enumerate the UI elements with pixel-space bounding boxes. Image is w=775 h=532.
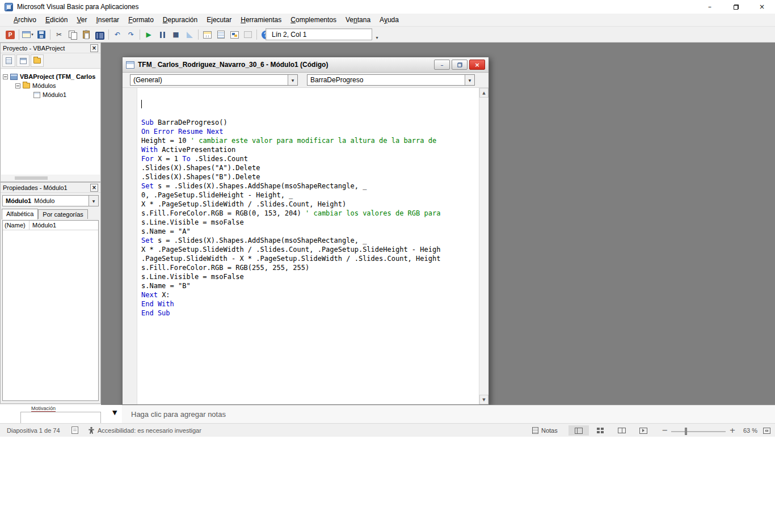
- code-window-restore-button[interactable]: [452, 60, 467, 70]
- object-dropdown[interactable]: (General) ▼: [130, 74, 298, 86]
- scroll-down-button[interactable]: ▼: [479, 395, 488, 404]
- code-line-18[interactable]: s.Line.Visible = msoFalse: [141, 272, 479, 281]
- code-line-15[interactable]: X * .PageSetup.SlideWidth / .Slides.Coun…: [141, 245, 479, 254]
- menu-item-ayuda[interactable]: Ayuda: [375, 14, 403, 26]
- code-line-6[interactable]: .Slides(X).Shapes("A").Delete: [141, 163, 479, 172]
- menu-item-ver[interactable]: Ver: [72, 14, 91, 26]
- code-line-21[interactable]: End With: [141, 299, 479, 309]
- toggle-folders-button[interactable]: [31, 54, 44, 67]
- break-button[interactable]: [155, 28, 169, 41]
- code-line-10[interactable]: X * .PageSetup.SlideWidth / .Slides.Coun…: [141, 200, 479, 209]
- project-tree-hscrollbar[interactable]: [1, 175, 100, 181]
- undo-button[interactable]: ↶: [111, 28, 124, 41]
- zoom-level[interactable]: 63 %: [735, 427, 757, 434]
- code-line-2[interactable]: On Error Resume Next: [141, 127, 479, 136]
- code-window-close-button[interactable]: ×: [469, 60, 485, 70]
- menu-item-herramientas[interactable]: Herramientas: [236, 14, 286, 26]
- object-dropdown-arrow-icon[interactable]: ▼: [288, 75, 297, 85]
- project-panel-close-button[interactable]: ×: [90, 44, 98, 52]
- object-selector[interactable]: Módulo1 Módulo ▼: [2, 195, 99, 206]
- restore-button[interactable]: [723, 0, 749, 14]
- run-button[interactable]: ▶: [142, 28, 155, 41]
- insert-userform-button[interactable]: ▾: [21, 28, 35, 41]
- zoom-slider-thumb[interactable]: [685, 428, 687, 435]
- project-panel-titlebar[interactable]: Proyecto - VBAProject ×: [1, 43, 100, 53]
- view-slide-sorter-button[interactable]: [590, 425, 610, 436]
- hscroll-thumb[interactable]: [15, 176, 48, 180]
- code-line-16[interactable]: .PageSetup.SlideWidth - X * .PageSetup.S…: [141, 254, 479, 263]
- code-line-8[interactable]: Set s = .Slides(X).Shapes.AddShape(msoSh…: [141, 181, 479, 191]
- design-mode-button[interactable]: [183, 28, 196, 41]
- menu-item-depuracion[interactable]: Depuración: [158, 14, 202, 26]
- code-line-17[interactable]: s.Fill.ForeColor.RGB = RGB(255, 255, 255…: [141, 263, 479, 272]
- reset-button[interactable]: ■: [169, 28, 183, 41]
- cut-button[interactable]: ✂: [52, 28, 66, 41]
- toolbox-button[interactable]: [241, 28, 255, 41]
- tree-item-modulo1[interactable]: Módulo1: [1, 90, 100, 99]
- vba-titlebar[interactable]: Microsoft Visual Basic para Aplicaciones…: [0, 0, 775, 14]
- code-vscrollbar[interactable]: ▲ ▼: [479, 88, 488, 404]
- code-line-5[interactable]: For X = 1 To .Slides.Count: [141, 154, 479, 163]
- object-selector-arrow-icon[interactable]: ▼: [89, 196, 98, 206]
- project-explorer-button[interactable]: [200, 28, 214, 41]
- view-powerpoint-button[interactable]: [3, 28, 17, 41]
- menu-item-archivo[interactable]: Archivo: [9, 14, 41, 26]
- code-line-9[interactable]: 0, .PageSetup.SlideHeight - Height, _: [141, 191, 479, 200]
- toolbar-options-button[interactable]: ▾: [373, 28, 381, 40]
- code-window-minimize-button[interactable]: –: [434, 60, 450, 70]
- tree-item-vbaproject[interactable]: VBAProject (TFM_ Carlos: [1, 72, 100, 81]
- notes-toggle-button[interactable]: Notas: [532, 425, 558, 436]
- view-code-button[interactable]: [2, 54, 15, 67]
- properties-panel-titlebar[interactable]: Propiedades - Módulo1 ×: [1, 183, 100, 193]
- code-editor[interactable]: Sub BarraDeProgreso()On Error Resume Nex…: [137, 88, 479, 404]
- code-line-3[interactable]: Height = 10 ' cambiar este valor para mo…: [141, 136, 479, 145]
- notes-pane[interactable]: Haga clic para agregar notas: [122, 405, 775, 423]
- save-button[interactable]: [35, 28, 48, 41]
- view-slideshow-button[interactable]: [633, 425, 654, 436]
- pane-splitter-arrow-icon[interactable]: ▼: [112, 409, 117, 416]
- copy-button[interactable]: [66, 28, 79, 41]
- code-line-1[interactable]: Sub BarraDeProgreso(): [141, 118, 479, 127]
- view-object-button[interactable]: [16, 54, 30, 67]
- slide-indicator[interactable]: Diapositiva 1 de 74: [7, 427, 60, 434]
- view-normal-button[interactable]: [568, 425, 589, 436]
- margin-indicator-bar[interactable]: [123, 88, 137, 404]
- fit-slide-button[interactable]: [761, 426, 772, 436]
- code-line-11[interactable]: s.Fill.ForeColor.RGB = RGB(0, 153, 204) …: [141, 209, 479, 218]
- zoom-slider-track[interactable]: [671, 431, 726, 432]
- menu-item-formato[interactable]: Formato: [124, 14, 158, 26]
- insert-userform-dropdown-arrow-icon[interactable]: ▾: [31, 32, 33, 37]
- menu-item-ejecutar[interactable]: Ejecutar: [202, 14, 236, 26]
- tab-alfabetica[interactable]: Alfabética: [2, 209, 38, 219]
- procedure-dropdown[interactable]: BarraDeProgreso ▼: [307, 74, 475, 86]
- menu-item-edicion[interactable]: Edición: [41, 14, 72, 26]
- menu-item-complementos[interactable]: Complementos: [286, 14, 341, 26]
- find-button[interactable]: [93, 28, 107, 41]
- code-line-7[interactable]: .Slides(X).Shapes("B").Delete: [141, 172, 479, 181]
- object-browser-button[interactable]: [228, 28, 241, 41]
- property-row-name[interactable]: (Name) Módulo1: [3, 221, 98, 230]
- zoom-out-button[interactable]: −: [660, 426, 669, 434]
- properties-window-button[interactable]: [214, 28, 228, 41]
- slide-thumbnail[interactable]: Motivación: [0, 405, 122, 423]
- menu-item-ventana[interactable]: Ventana: [341, 14, 375, 26]
- proofing-errors-icon[interactable]: [71, 427, 78, 434]
- procedure-dropdown-arrow-icon[interactable]: ▼: [465, 75, 474, 85]
- code-line-20[interactable]: Next X:: [141, 290, 479, 299]
- collapse-box-icon[interactable]: [15, 83, 20, 88]
- scroll-up-button[interactable]: ▲: [479, 88, 488, 98]
- menu-item-insertar[interactable]: Insertar: [91, 14, 124, 26]
- code-line-13[interactable]: s.Name = "A": [141, 227, 479, 236]
- accessibility-status[interactable]: Accesibilidad: es necesario investigar: [98, 427, 201, 434]
- view-reading-button[interactable]: [612, 425, 632, 436]
- code-line-19[interactable]: s.Name = "B": [141, 281, 479, 290]
- code-line-12[interactable]: s.Line.Visible = msoFalse: [141, 218, 479, 227]
- code-line-14[interactable]: Set s = .Slides(X).Shapes.AddShape(msoSh…: [141, 236, 479, 245]
- properties-panel-close-button[interactable]: ×: [90, 184, 98, 192]
- code-window-titlebar[interactable]: TFM_ Carlos_Rodriguez_Navarro_30_6 - Mód…: [123, 57, 488, 73]
- tree-item-modulos[interactable]: Módulos: [1, 81, 100, 90]
- code-line-4[interactable]: With ActivePresentation: [141, 145, 479, 154]
- minimize-button[interactable]: –: [697, 0, 723, 14]
- tab-por-categorias[interactable]: Por categorías: [38, 209, 88, 219]
- close-button[interactable]: ×: [749, 0, 775, 14]
